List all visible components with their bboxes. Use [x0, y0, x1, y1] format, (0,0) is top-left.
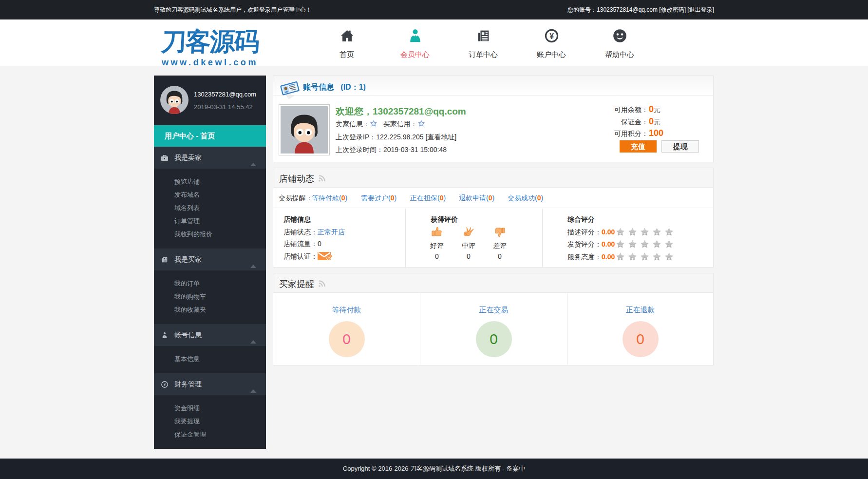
svg-text:¥: ¥	[164, 383, 166, 387]
svg-text:¥: ¥	[549, 32, 554, 40]
